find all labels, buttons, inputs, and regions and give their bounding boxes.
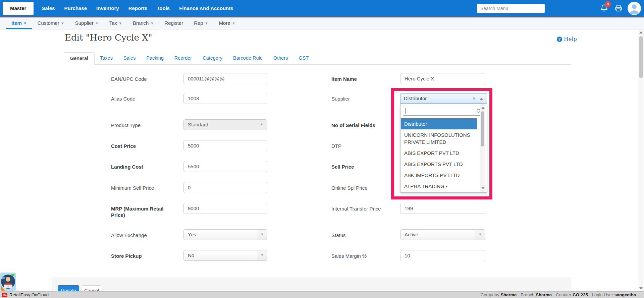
status-taskbar: RE RetailEasy OnCloud CompanySharmaBranc… — [0, 291, 644, 298]
subnav-item-tax[interactable]: Tax▼ — [104, 17, 127, 29]
field-input-internal-transfer-price[interactable] — [400, 203, 485, 214]
tab-packing[interactable]: Packing — [141, 52, 169, 65]
field-label-supplier: Supplier — [331, 96, 397, 102]
question-circle-icon: ? — [557, 37, 562, 42]
field-label-item-name: Item Name — [331, 76, 397, 82]
field-input-landing-cost[interactable] — [183, 161, 267, 172]
dropdown-scrollbar[interactable] — [480, 104, 485, 192]
status-company: CompanySharma — [481, 292, 517, 297]
field-input-ean-upc-code[interactable] — [183, 73, 267, 84]
field-select-allow-exchange[interactable]: Yes — [183, 229, 267, 240]
field-input-sales-margin[interactable] — [400, 250, 485, 261]
status-value: Sharma — [500, 292, 517, 297]
subnav-item-rep[interactable]: Rep▼ — [189, 17, 213, 29]
scroll-down-icon[interactable] — [639, 287, 643, 290]
field-label-no-of-serial-fields: No of Serial Fields — [331, 122, 397, 128]
subnav-label: More — [219, 20, 230, 26]
scroll-up-icon[interactable] — [481, 107, 485, 109]
tab-reorder[interactable]: Reorder — [169, 52, 197, 65]
subnav-item-register[interactable]: Register — [159, 17, 189, 29]
scroll-up-icon[interactable] — [639, 31, 643, 34]
supplier-select[interactable]: Distributor × — [400, 93, 487, 104]
field-input-mrp-maximum-retail-price[interactable] — [183, 203, 267, 214]
subnav-item-supplier[interactable]: Supplier▼ — [70, 17, 104, 29]
supplier-option-abis-exports-pvt-ltd[interactable]: ABIS EXPORTS PVT LTD — [401, 159, 477, 170]
topmenu-finance-and-accounts[interactable]: Finance And Accounts — [174, 0, 238, 17]
field-select-status[interactable]: Active — [400, 229, 485, 240]
topmenu-purchase[interactable]: Purchase — [60, 0, 92, 17]
field-input-minimum-sell-price[interactable] — [183, 182, 267, 193]
tab-sales[interactable]: Sales — [118, 52, 141, 65]
chevron-up-icon — [480, 98, 483, 100]
topmenu-master[interactable]: Master — [3, 2, 34, 15]
tab-general[interactable]: General — [64, 52, 95, 65]
subnav-label: Supplier — [75, 20, 94, 26]
field-input-cost-price[interactable] — [183, 140, 267, 151]
subnav-item-more[interactable]: More▼ — [214, 17, 241, 29]
text-cursor — [406, 108, 406, 114]
field-label-ean-upc-code: EAN/UPC Code — [111, 76, 177, 82]
help-link[interactable]: ? Help — [557, 36, 577, 42]
item-edit-tabs: GeneralTaxesSalesPackingReorderCategoryB… — [64, 52, 571, 65]
supplier-search-input[interactable] — [403, 106, 484, 116]
supplier-option-abk-imports-pvt-ltd[interactable]: ABK IMPORTS PVT.LTD — [401, 170, 477, 181]
printer-icon[interactable] — [615, 5, 622, 13]
subnav-label: Tax — [109, 20, 117, 26]
scrollbar-thumb[interactable] — [481, 111, 484, 146]
field-label-dtp: DTP — [331, 143, 397, 149]
tab-barcode-rule[interactable]: Barcode Rule — [228, 52, 268, 65]
topmenu-tools[interactable]: Tools — [152, 0, 174, 17]
subnav-label: Customer — [38, 20, 59, 26]
clear-selection-icon[interactable]: × — [473, 96, 475, 101]
app-identity[interactable]: RE RetailEasy OnCloud — [0, 292, 49, 297]
master-subnav: Item▼Customer▼Supplier▼Tax▼Branch▼Regist… — [0, 17, 644, 29]
supplier-dropdown-panel: DistributorUNICORN INFOSOLUTIONS PRIVATE… — [400, 104, 487, 193]
chevron-down-icon: ▼ — [95, 21, 99, 25]
scrollbar-thumb[interactable] — [639, 36, 643, 78]
tab-others[interactable]: Others — [268, 52, 293, 65]
status-branch: BranchSharma — [521, 292, 552, 297]
status-value: Sharma — [536, 292, 552, 297]
chevron-down-icon — [475, 230, 485, 240]
supplier-option-distributor[interactable]: Distributor — [401, 118, 477, 129]
supplier-option-abis-export-pvt-ltd[interactable]: ABIS EXPORT PVT LTD — [401, 147, 477, 159]
field-label-alias-code: Alias Code — [111, 96, 177, 102]
field-select-store-pickup[interactable]: No — [183, 250, 267, 261]
tab-category[interactable]: Category — [197, 52, 228, 65]
select-value: Yes — [188, 232, 196, 237]
subnav-item-branch[interactable]: Branch▼ — [127, 17, 159, 29]
field-label-minimum-sell-price: Minimum Sell Price — [111, 185, 177, 191]
subnav-label: Register — [164, 20, 183, 26]
chevron-down-icon: ▼ — [23, 21, 27, 25]
chevron-down-icon: ▼ — [119, 21, 122, 25]
subnav-item-customer[interactable]: Customer▼ — [32, 17, 70, 29]
retaileasy-app-window: MasterSalesPurchaseInventoryReportsTools… — [0, 0, 644, 298]
topmenu-reports[interactable]: Reports — [124, 0, 152, 17]
topmenu-sales[interactable]: Sales — [37, 0, 59, 17]
tab-gst[interactable]: GST — [293, 52, 314, 65]
app-name: RetailEasy OnCloud — [9, 292, 49, 297]
scroll-down-icon[interactable] — [481, 187, 485, 189]
form-footer — [52, 278, 571, 291]
tab-taxes[interactable]: Taxes — [95, 52, 118, 65]
support-chat-avatar[interactable] — [0, 273, 16, 291]
field-label-sell-price: Sell Price — [331, 164, 397, 170]
field-label-mrp-maximum-retail-price: MRP (Maximum Retail Price) — [111, 205, 177, 218]
page-title: Edit "Hero Cycle X" — [65, 33, 152, 43]
supplier-option-unicorn-infosolutions-private-limited[interactable]: UNICORN INFOSOLUTIONS PRIVATE LIMITED — [401, 129, 477, 147]
topmenu-inventory[interactable]: Inventory — [92, 0, 124, 17]
supplier-option-alpha-trading-enterprises[interactable]: ALPHA TRADING - ENTERPRISES — [401, 181, 477, 191]
search-input[interactable] — [477, 4, 545, 13]
subnav-item-item[interactable]: Item▼ — [6, 17, 32, 29]
chevron-down-icon: ▼ — [232, 21, 235, 25]
field-label-status: Status — [331, 232, 397, 238]
field-input-alias-code[interactable] — [183, 93, 267, 104]
user-avatar[interactable] — [628, 2, 641, 15]
field-input-item-name[interactable] — [400, 73, 485, 84]
help-label: Help — [564, 36, 577, 42]
select-value: No — [188, 252, 194, 258]
page-scrollbar[interactable] — [638, 29, 644, 291]
field-label-store-pickup: Store Pickup — [111, 253, 177, 259]
select-value: Standard — [188, 122, 208, 127]
field-label-sales-margin: Sales Margin % — [331, 253, 397, 259]
